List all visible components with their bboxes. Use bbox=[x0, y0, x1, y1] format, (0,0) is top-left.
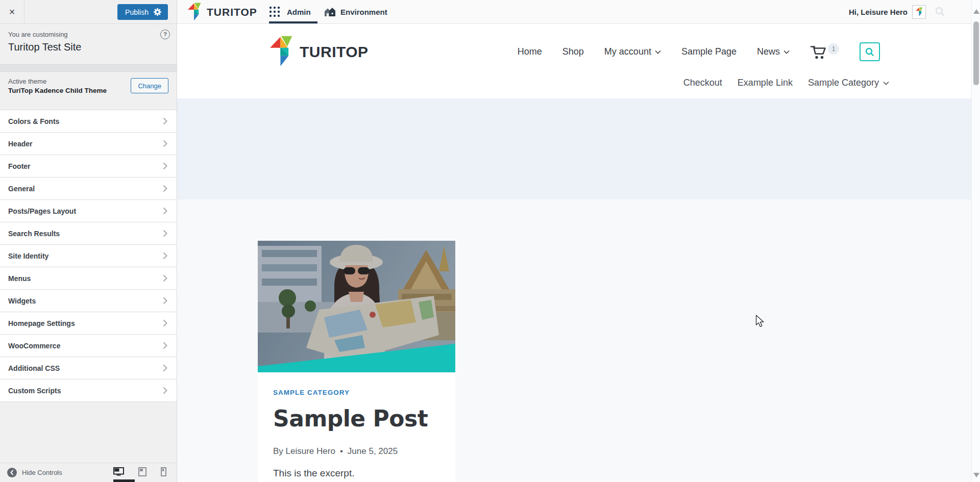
customizer-info: You are customising ? Turitop Test Site bbox=[0, 24, 177, 53]
chevron-right-icon bbox=[163, 274, 167, 282]
post-byline: By Leisure Hero bbox=[273, 446, 335, 456]
nav-my-account[interactable]: My account bbox=[604, 46, 661, 57]
sidebar-item-label: Footer bbox=[8, 162, 31, 170]
tab-admin-label: Admin bbox=[287, 8, 311, 16]
customizer-menu: Colors & Fonts Header Footer General Pos… bbox=[0, 110, 177, 402]
cart-icon bbox=[810, 44, 827, 60]
sidebar-item-label: WooCommerce bbox=[8, 342, 60, 350]
sidebar-item-homepage-settings[interactable]: Homepage Settings bbox=[0, 312, 177, 335]
scrollbar-thumb[interactable] bbox=[973, 21, 979, 85]
avatar-logo-icon bbox=[916, 7, 923, 17]
sidebar-item-woocommerce[interactable]: WooCommerce bbox=[0, 335, 177, 357]
sidebar-item-additional-css[interactable]: Additional CSS bbox=[0, 357, 177, 379]
chevron-right-icon bbox=[163, 252, 167, 260]
hide-controls-label: Hide Controls bbox=[22, 469, 62, 476]
customizer-topbar: × Publish bbox=[0, 0, 177, 24]
active-tab-underline bbox=[269, 21, 317, 23]
nav-news[interactable]: News bbox=[757, 46, 790, 57]
chevron-right-icon bbox=[163, 230, 167, 237]
search-button[interactable] bbox=[860, 42, 880, 61]
sidebar-item-footer[interactable]: Footer bbox=[0, 155, 177, 177]
sidebar-item-label: Custom Scripts bbox=[8, 387, 61, 395]
admin-search-icon[interactable] bbox=[935, 6, 946, 17]
nav-sample-page-label: Sample Page bbox=[681, 46, 737, 57]
scrollbar-up-arrow[interactable] bbox=[973, 9, 979, 14]
sidebar-item-label: Homepage Settings bbox=[8, 319, 75, 327]
section-divider bbox=[0, 64, 177, 72]
chevron-right-icon bbox=[163, 387, 167, 394]
sidebar-item-menus[interactable]: Menus bbox=[0, 267, 177, 290]
chevron-down-icon bbox=[883, 81, 889, 85]
post-card: SAMPLE CATEGORY Sample Post By Leisure H… bbox=[258, 241, 455, 482]
scrollbar[interactable] bbox=[971, 0, 980, 482]
tablet-preview-button[interactable] bbox=[138, 467, 146, 478]
sidebar-item-label: Menus bbox=[8, 274, 31, 283]
publish-button[interactable]: Publish bbox=[117, 4, 168, 20]
sidebar-item-header[interactable]: Header bbox=[0, 133, 177, 155]
chevron-right-icon bbox=[163, 342, 167, 349]
nav-sample-category[interactable]: Sample Category bbox=[808, 78, 889, 88]
user-greeting[interactable]: Hi, Leisure Hero bbox=[849, 8, 908, 16]
active-theme-section: Active theme TuriTop Kadence Child Theme… bbox=[0, 72, 177, 103]
desktop-icon bbox=[113, 467, 124, 476]
sidebar-item-label: Posts/Pages Layout bbox=[8, 207, 76, 215]
sidebar-item-label: Additional CSS bbox=[8, 364, 60, 372]
publish-label: Publish bbox=[125, 8, 149, 16]
site-logo-icon bbox=[269, 36, 293, 68]
nav-example-link[interactable]: Example Link bbox=[738, 78, 793, 88]
nav-my-account-label: My account bbox=[604, 46, 651, 57]
nav-news-label: News bbox=[757, 46, 780, 57]
sidebar-item-label: Colors & Fonts bbox=[8, 117, 59, 125]
help-button[interactable]: ? bbox=[160, 30, 170, 39]
post-featured-image[interactable] bbox=[258, 241, 455, 372]
close-customizer-button[interactable]: × bbox=[0, 0, 24, 23]
hide-controls-button[interactable]: Hide Controls bbox=[7, 468, 62, 477]
mobile-preview-button[interactable] bbox=[161, 467, 166, 478]
sidebar-item-label: Search Results bbox=[8, 230, 60, 238]
change-theme-button[interactable]: Change bbox=[131, 78, 168, 93]
admin-user-area: Hi, Leisure Hero bbox=[849, 0, 946, 23]
chevron-right-icon bbox=[163, 319, 167, 327]
site-header: TURITOP Home Shop My account Sample Page… bbox=[177, 24, 971, 98]
nav-sample-category-label: Sample Category bbox=[808, 78, 879, 88]
chevron-right-icon bbox=[163, 207, 167, 215]
mobile-icon bbox=[161, 467, 166, 476]
nav-home[interactable]: Home bbox=[518, 46, 542, 57]
nav-checkout[interactable]: Checkout bbox=[683, 78, 722, 88]
grid-apps-icon bbox=[269, 6, 280, 17]
cart-button[interactable]: 1 bbox=[810, 44, 839, 60]
close-icon: × bbox=[9, 6, 15, 17]
sidebar-item-site-identity[interactable]: Site Identity bbox=[0, 245, 177, 267]
nav-checkout-label: Checkout bbox=[683, 78, 722, 88]
meta-separator: • bbox=[340, 446, 343, 456]
scrollbar-down-arrow[interactable] bbox=[973, 473, 979, 477]
avatar[interactable] bbox=[912, 5, 926, 19]
brand-wordmark: TURITOP bbox=[207, 6, 257, 18]
tab-admin[interactable]: Admin bbox=[269, 0, 311, 23]
chevron-right-icon bbox=[163, 117, 167, 125]
site-title: Turitop Test Site bbox=[8, 41, 168, 53]
nav-sample-page[interactable]: Sample Page bbox=[681, 46, 737, 57]
turitop-admin-logo[interactable]: TURITOP bbox=[187, 3, 257, 21]
site-logo[interactable]: TURITOP bbox=[269, 36, 369, 68]
post-title-link[interactable]: Sample Post bbox=[273, 406, 440, 432]
site-logo-text: TURITOP bbox=[300, 43, 369, 61]
desktop-preview-button[interactable] bbox=[113, 467, 124, 478]
sidebar-item-custom-scripts[interactable]: Custom Scripts bbox=[0, 379, 177, 402]
help-icon: ? bbox=[163, 31, 167, 37]
sidebar-item-label: Widgets bbox=[8, 297, 36, 305]
chevron-right-icon bbox=[163, 364, 167, 372]
secondary-nav: Checkout Example Link Sample Category bbox=[683, 78, 889, 88]
sidebar-item-posts-pages-layout[interactable]: Posts/Pages Layout bbox=[0, 200, 177, 222]
environment-icon bbox=[324, 7, 336, 17]
sidebar-item-search-results[interactable]: Search Results bbox=[0, 222, 177, 245]
customizer-sidebar: × Publish You are customising ? Turitop … bbox=[0, 0, 177, 482]
nav-shop[interactable]: Shop bbox=[562, 46, 584, 57]
chevron-right-icon bbox=[163, 185, 167, 192]
sidebar-item-widgets[interactable]: Widgets bbox=[0, 290, 177, 312]
sidebar-item-general[interactable]: General bbox=[0, 177, 177, 200]
post-category-link[interactable]: SAMPLE CATEGORY bbox=[273, 389, 350, 396]
tab-environment[interactable]: Environment bbox=[324, 0, 387, 23]
sidebar-item-colors-fonts[interactable]: Colors & Fonts bbox=[0, 110, 177, 133]
site-preview: TURITOP Admin Environment Hi, Le bbox=[177, 0, 971, 482]
